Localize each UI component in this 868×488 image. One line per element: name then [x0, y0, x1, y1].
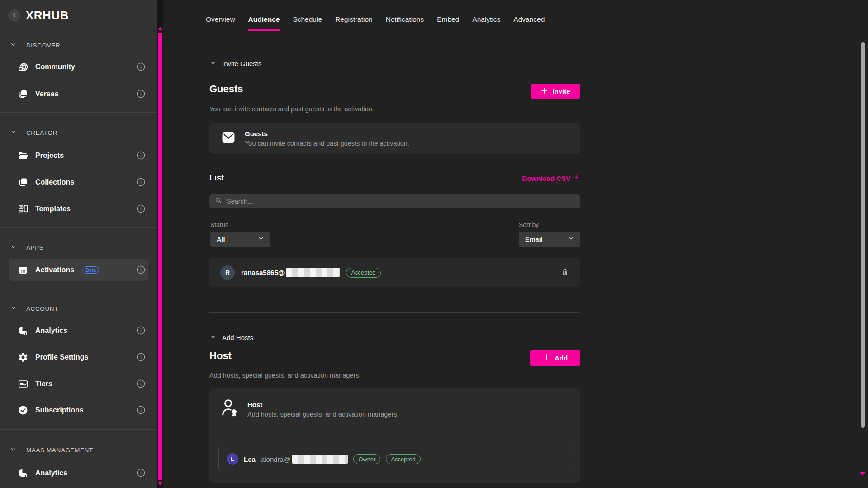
guests-info-card: Guests You can invite contacts and past … [209, 123, 580, 154]
gear-icon [17, 351, 29, 363]
search-bar [209, 194, 580, 208]
sidebar-divider [0, 227, 157, 228]
tab-registration[interactable]: Registration [335, 15, 373, 31]
scroll-up-arrow[interactable] [158, 27, 162, 30]
layers-icon [17, 88, 29, 100]
status-badge: Accepted [386, 454, 420, 464]
sidebar-section-maas-management[interactable]: MAAS MANAGEMENT [10, 445, 93, 455]
chevron-down-icon [10, 41, 17, 49]
host-name: Lea [244, 455, 256, 463]
guests-card-description: You can invite contacts and past guests … [245, 140, 409, 147]
sidebar-item-templates[interactable]: Templates [17, 199, 71, 219]
plus-icon [543, 353, 550, 362]
sidebar-item-analytics-maas[interactable]: Analytics [17, 463, 67, 483]
chevron-down-icon [10, 304, 17, 313]
host-row: L Lea alondra@ Owner Accepted [218, 447, 571, 471]
sidebar-item-community[interactable]: Community [17, 57, 75, 77]
host-card: Host Add hosts, special guests, and acti… [209, 388, 580, 483]
section-divider [209, 312, 580, 313]
search-icon [215, 197, 222, 206]
tab-audience[interactable]: Audience [248, 15, 280, 31]
card-icon [17, 378, 29, 390]
sidebar-scrollbar-track[interactable] [157, 0, 163, 488]
add-host-button[interactable]: Add [530, 350, 580, 366]
guest-row: R ranasa5865@ Accepted [209, 258, 580, 287]
sidebar-item-subscriptions[interactable]: Subscriptions [17, 400, 84, 420]
person-award-icon [220, 398, 239, 421]
download-csv-link[interactable]: Download CSV [522, 174, 580, 183]
redacted-email [286, 268, 340, 277]
sidebar-section-discover[interactable]: DISCOVER [10, 40, 60, 51]
chevron-down-icon [568, 235, 574, 243]
sidebar-item-analytics[interactable]: Analytics [17, 321, 67, 341]
sidebar: XRHUB DISCOVER Community Verses CREATOR … [0, 0, 157, 488]
back-button[interactable] [8, 9, 20, 22]
info-icon[interactable] [136, 177, 146, 187]
templates-icon [17, 203, 29, 215]
tab-advanced[interactable]: Advanced [513, 15, 545, 31]
sidebar-divider [0, 112, 157, 113]
host-title: Host [209, 350, 232, 362]
tab-schedule[interactable]: Schedule [293, 15, 322, 31]
status-badge: Accepted [346, 268, 380, 278]
app-logo: XRHUB [26, 9, 69, 23]
info-icon[interactable] [136, 89, 146, 99]
info-icon[interactable] [136, 352, 146, 362]
host-email: alondra@ [261, 455, 290, 463]
list-title: List [209, 173, 224, 183]
sidebar-divider [0, 429, 157, 430]
chevron-down-icon [209, 333, 217, 342]
envelope-icon [220, 130, 237, 147]
plus-icon [541, 87, 548, 96]
info-icon[interactable] [136, 204, 146, 213]
info-icon[interactable] [136, 265, 146, 275]
invite-button[interactable]: Invite [531, 84, 580, 99]
tab-bar-divider [167, 36, 816, 36]
status-dropdown[interactable]: All [210, 232, 270, 247]
page-scrollbar-thumb[interactable] [861, 42, 865, 428]
globe-search-icon [17, 61, 29, 73]
host-card-description: Add hosts, special guests, and activatio… [247, 411, 399, 418]
host-description: Add hosts, special guests, and activatio… [209, 372, 361, 379]
sort-by-dropdown[interactable]: Email [519, 232, 580, 247]
status-label: Status [210, 221, 228, 228]
search-input[interactable] [227, 198, 575, 205]
tab-notifications[interactable]: Notifications [386, 15, 424, 31]
invite-guests-collapse[interactable]: Invite Guests [209, 59, 262, 68]
avatar: L [227, 453, 238, 465]
download-icon [573, 174, 580, 183]
role-badge: Owner [353, 454, 380, 464]
sidebar-item-collections[interactable]: Collections [17, 172, 74, 192]
sidebar-item-verses[interactable]: Verses [17, 84, 59, 104]
sidebar-scrollbar-thumb[interactable] [158, 33, 162, 480]
chevron-down-icon [10, 243, 17, 251]
page-scroll-down-arrow[interactable] [860, 472, 865, 476]
info-icon[interactable] [136, 326, 146, 335]
calendar-icon [17, 264, 29, 276]
sidebar-item-profile-settings[interactable]: Profile Settings [17, 347, 88, 367]
info-icon[interactable] [136, 405, 146, 415]
sidebar-item-projects[interactable]: Projects [17, 146, 64, 166]
scroll-down-arrow[interactable] [158, 482, 162, 486]
info-icon[interactable] [136, 151, 146, 160]
tab-bar: Overview Audience Schedule Registration … [206, 15, 545, 31]
sidebar-item-tiers[interactable]: Tiers [17, 374, 52, 394]
redacted-email [292, 455, 348, 464]
info-icon[interactable] [136, 379, 146, 389]
chevron-left-icon [11, 12, 18, 19]
beta-badge: Beta [82, 266, 99, 274]
sidebar-section-account[interactable]: ACCOUNT [10, 303, 58, 314]
pie-chart-icon [17, 325, 29, 336]
tab-analytics[interactable]: Analytics [472, 15, 500, 31]
sidebar-section-creator[interactable]: CREATOR [10, 127, 57, 138]
tab-embed[interactable]: Embed [437, 15, 459, 31]
tab-overview[interactable]: Overview [206, 15, 235, 31]
add-hosts-collapse[interactable]: Add Hosts [209, 333, 253, 342]
info-icon[interactable] [136, 62, 146, 71]
info-icon[interactable] [136, 468, 146, 478]
delete-guest-button[interactable] [560, 267, 569, 278]
guests-card-title: Guests [245, 130, 409, 137]
avatar: R [220, 265, 235, 280]
sidebar-item-activations[interactable]: Activations Beta [17, 260, 99, 280]
sidebar-section-apps[interactable]: APPS [10, 242, 43, 253]
